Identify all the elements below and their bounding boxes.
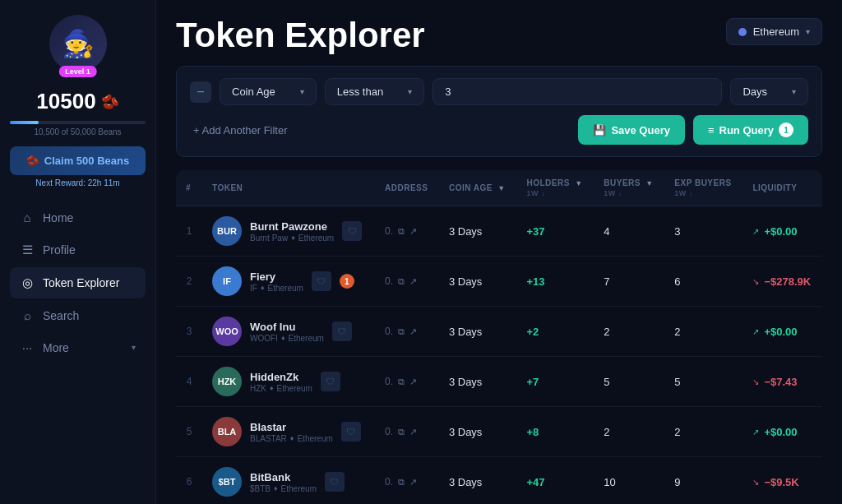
page-title: Token Explorer	[176, 18, 425, 53]
avatar-image: 🧙	[49, 15, 107, 72]
network-selector[interactable]: Ethereum ▾	[726, 18, 822, 45]
col-holders[interactable]: HOLDERS ▼1W ↓	[516, 170, 594, 206]
token-ticker: WOOFI	[250, 334, 278, 343]
run-query-button[interactable]: ≡ Run Query 1	[693, 115, 808, 145]
external-link-icon[interactable]: ↗	[409, 326, 417, 337]
sidebar: 🧙 Level 1 10500 🫘 10,500 of 50,000 Beans…	[0, 0, 156, 504]
copy-icon[interactable]: ⧉	[398, 377, 405, 387]
token-avatar: WOO	[212, 317, 242, 346]
token-sub: BLASTAR ♦ Ethereum	[250, 434, 333, 443]
copy-icon[interactable]: ⧉	[398, 276, 405, 287]
save-label: Save Query	[611, 124, 670, 136]
trend-down-icon: ↘	[752, 478, 759, 487]
filter-unit-label: Days	[743, 86, 767, 98]
chevron-down-icon: ▾	[806, 27, 810, 36]
token-cell: BUR Burnt Pawzone Burnt Paw ♦ Ethereum 🛡	[202, 206, 375, 257]
run-count-badge: 1	[779, 123, 793, 137]
exp-buyers-cell: 2	[664, 307, 743, 357]
trend-up-icon: ↗	[752, 227, 759, 236]
row-number: 3	[176, 307, 202, 357]
filter-row: − Coin Age ▾ Less than ▾ Days ▾	[190, 78, 808, 105]
external-link-icon[interactable]: ↗	[409, 477, 417, 488]
buyers-cell: 10	[594, 457, 664, 505]
eth-icon: ♦	[281, 334, 285, 342]
fire-badge: 1	[340, 274, 354, 289]
add-filter-label: + Add Another Filter	[193, 124, 288, 136]
copy-icon[interactable]: ⧉	[398, 477, 405, 488]
table-header-row: # TOKEN ADDRESS COIN AGE ▼ HOLDERS ▼1W ↓…	[176, 170, 822, 206]
liquidity-value: +$0.00	[764, 225, 797, 238]
address-value: 0.	[385, 376, 393, 387]
col-address: ADDRESS	[375, 170, 439, 206]
sidebar-item-more[interactable]: ··· More ▾	[10, 332, 146, 363]
buyers-cell: 7	[594, 257, 664, 307]
sidebar-item-home[interactable]: ⌂ Home	[10, 202, 146, 233]
holders-cell: +2	[516, 307, 594, 357]
col-num: #	[176, 170, 202, 206]
profile-icon: ☰	[20, 243, 35, 257]
run-label: Run Query	[719, 124, 774, 136]
sidebar-item-profile[interactable]: ☰ Profile	[10, 234, 146, 266]
exp-buyers-cell: 5	[664, 357, 743, 407]
token-cell: BLA Blastar BLASTAR ♦ Ethereum 🛡	[202, 407, 375, 457]
holders-cell: +7	[516, 357, 594, 407]
remove-filter-button[interactable]: −	[190, 81, 211, 103]
filter-value-input[interactable]	[433, 78, 722, 105]
external-link-icon[interactable]: ↗	[409, 427, 417, 437]
run-icon: ≡	[708, 124, 715, 136]
buyers-cell: 2	[594, 407, 664, 457]
save-query-button[interactable]: 💾 Save Query	[578, 115, 685, 145]
claim-beans-button[interactable]: 🫘 Claim 500 Beans	[10, 146, 146, 175]
filter-unit-selector[interactable]: Days ▾	[730, 78, 808, 105]
table-row[interactable]: 3 WOO Woof Inu WOOFI ♦ Ethereum 🛡 0.	[176, 307, 822, 357]
col-coin-age[interactable]: COIN AGE ▼	[439, 170, 517, 206]
col-buyers[interactable]: BUYERS ▼1W ↓	[594, 170, 664, 206]
external-link-icon[interactable]: ↗	[409, 377, 417, 387]
address-value: 0.	[385, 426, 393, 437]
liquidity-value: −$7.43	[764, 376, 797, 388]
trend-down-icon: ↘	[752, 377, 759, 386]
coin-age-cell: 3 Days	[439, 307, 517, 357]
token-info: Blastar BLASTAR ♦ Ethereum	[250, 421, 333, 443]
eth-icon: ♦	[274, 484, 278, 492]
liquidity-cell: ↗ +$0.00	[743, 407, 822, 457]
shield-icon: 🛡	[312, 271, 331, 291]
filter-operator-label: Less than	[337, 86, 383, 98]
chevron-down-icon: ▾	[132, 343, 136, 352]
copy-icon[interactable]: ⧉	[398, 427, 405, 437]
coin-age-cell: 3 Days	[439, 407, 517, 457]
sidebar-item-token-explorer[interactable]: ◎ Token Explorer	[10, 267, 146, 298]
token-sub: WOOFI ♦ Ethereum	[250, 334, 324, 343]
row-number: 6	[176, 457, 202, 505]
filter-actions: + Add Another Filter 💾 Save Query ≡ Run …	[190, 115, 808, 145]
token-sub: $BTB ♦ Ethereum	[250, 484, 317, 493]
col-exp-buyers[interactable]: EXP BUYERS1W ↓	[664, 170, 743, 206]
external-link-icon[interactable]: ↗	[409, 226, 417, 237]
copy-icon[interactable]: ⧉	[398, 326, 405, 337]
filter-operator-selector[interactable]: Less than ▾	[325, 78, 424, 105]
token-avatar: HZK	[212, 367, 242, 396]
next-reward-label: Next Reward: 22h 11m	[35, 178, 119, 187]
filter-field-selector[interactable]: Coin Age ▾	[220, 78, 317, 105]
token-sub: IF ♦ Ethereum	[250, 284, 303, 293]
copy-icon[interactable]: ⧉	[398, 226, 405, 237]
home-icon: ⌂	[20, 210, 35, 224]
table-row[interactable]: 2 IF Fiery IF ♦ Ethereum 🛡 1 0. ⧉	[176, 257, 822, 307]
table-row[interactable]: 6 $BT BitBank $BTB ♦ Ethereum 🛡 0. ⧉	[176, 457, 822, 505]
token-info: Fiery IF ♦ Ethereum	[250, 270, 303, 293]
external-link-icon[interactable]: ↗	[409, 276, 417, 287]
table-row[interactable]: 1 BUR Burnt Pawzone Burnt Paw ♦ Ethereum…	[176, 206, 822, 257]
address-value: 0.	[385, 275, 393, 287]
query-buttons: 💾 Save Query ≡ Run Query 1	[578, 115, 808, 145]
table-row[interactable]: 4 HZK HiddenZk HZK ♦ Ethereum 🛡 0. ⧉	[176, 357, 822, 407]
token-explorer-icon: ◎	[20, 275, 35, 290]
add-filter-button[interactable]: + Add Another Filter	[190, 119, 291, 141]
claim-icon: 🫘	[26, 155, 39, 167]
table-row[interactable]: 5 BLA Blastar BLASTAR ♦ Ethereum 🛡 0.	[176, 407, 822, 457]
shield-icon: 🛡	[332, 321, 352, 341]
token-network: Ethereum	[297, 434, 332, 443]
next-reward-time: 22h 11m	[88, 178, 120, 187]
ethereum-dot-icon	[738, 28, 747, 36]
avatar: 🧙 Level 1	[49, 15, 107, 72]
sidebar-item-search[interactable]: ⌕ Search	[10, 300, 146, 331]
